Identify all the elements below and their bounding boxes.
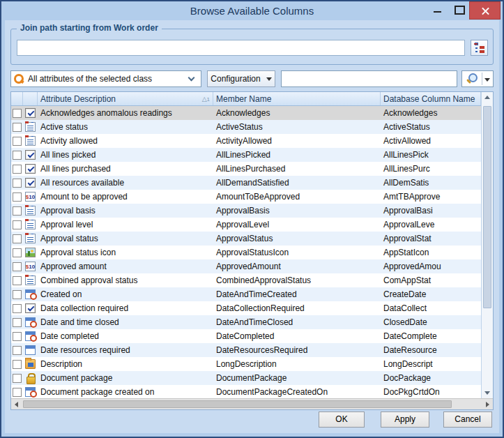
table-row[interactable]: Created on DateAndTimeCreated CreateDate	[11, 287, 481, 301]
attribute-description-cell: Active status	[38, 120, 213, 134]
join-path-input[interactable]	[17, 40, 465, 56]
database-column-name-cell: ClosedDate	[381, 315, 481, 329]
row-checkbox[interactable]	[13, 109, 22, 118]
table-row[interactable]: Active status ActiveStatus ActiveStatus	[11, 120, 481, 134]
row-checkbox[interactable]	[13, 388, 22, 397]
row-checkbox[interactable]	[13, 220, 22, 229]
vertical-scrollbar[interactable]	[481, 92, 493, 398]
table-row[interactable]: Approval basis ApprovalBasis ApprovalBas…	[11, 204, 481, 218]
table-row[interactable]: Combined approval status CombinedApprova…	[11, 273, 481, 287]
table-row[interactable]: Approval level ApprovalLevel ApprovalLev…	[11, 218, 481, 232]
horizontal-scroll-thumb[interactable]	[23, 400, 452, 408]
table-row[interactable]: Acknowledges anomalous readings Acknowle…	[11, 106, 481, 120]
table-row[interactable]: All lines picked AllLinesPicked AllLines…	[11, 148, 481, 162]
boolean-checked-icon	[25, 303, 36, 313]
scroll-left-button[interactable]	[11, 399, 22, 410]
maximize-button[interactable]	[448, 1, 469, 17]
horizontal-scrollbar[interactable]	[11, 398, 493, 409]
database-column-name-cell: DocPackage	[381, 371, 481, 385]
member-name-cell: ActiveStatus	[213, 120, 381, 134]
member-name-cell: AllLinesPicked	[213, 148, 381, 162]
row-checkbox[interactable]	[13, 192, 22, 202]
boolean-checked-icon	[25, 178, 36, 188]
folder-icon	[25, 359, 36, 369]
apply-button[interactable]: Apply	[381, 411, 429, 428]
minimize-button[interactable]	[427, 1, 448, 17]
row-checkbox[interactable]	[13, 276, 22, 285]
row-checkbox[interactable]	[13, 360, 22, 369]
currency-icon: $10	[25, 192, 36, 202]
table-row[interactable]: $10 Amount to be approved AmountToBeAppr…	[11, 190, 481, 204]
table-row[interactable]: Document package created on DocumentPack…	[11, 385, 481, 398]
database-column-name-cell: AppStatIcon	[381, 246, 481, 259]
database-column-name-cell: ApprovedAmou	[381, 259, 481, 273]
cancel-button[interactable]: Cancel	[443, 411, 492, 428]
row-checkbox[interactable]	[13, 137, 22, 146]
attribute-description-cell: Approval status icon	[38, 246, 213, 259]
table-row[interactable]: Date resources required DateResourcesReq…	[11, 343, 481, 357]
member-name-cell: ApprovalStatus	[213, 232, 381, 246]
database-column-name-cell: AllLinesPurc	[381, 162, 481, 176]
lock-icon	[25, 373, 36, 383]
row-checkbox[interactable]	[13, 262, 22, 271]
member-name-cell: ApprovalStatusIcon	[213, 246, 381, 259]
table-row[interactable]: Data collection required DataCollectionR…	[11, 301, 481, 315]
attribute-description-cell: Acknowledges anomalous readings	[38, 106, 213, 120]
row-checkbox[interactable]	[13, 318, 22, 327]
header-database-column-name[interactable]: Database Column Name	[381, 92, 481, 105]
database-column-name-cell: Acknowledges	[381, 106, 481, 120]
button-divider	[482, 73, 482, 85]
table-row[interactable]: Approval status icon ApprovalStatusIcon …	[11, 246, 481, 259]
row-checkbox[interactable]	[13, 374, 22, 383]
header-member-name[interactable]: Member Name	[213, 92, 381, 105]
attribute-description-cell: Date completed	[38, 329, 213, 343]
header-icon-column[interactable]	[23, 92, 38, 105]
dialog-body: Join path starting from Work order All a…	[5, 20, 499, 433]
vertical-scroll-thumb[interactable]	[483, 106, 491, 308]
table-row[interactable]: $10 Approved amount ApprovedAmount Appro…	[11, 259, 481, 273]
row-checkbox[interactable]	[13, 206, 22, 216]
member-name-cell: DateResourcesRequired	[213, 343, 381, 357]
search-button[interactable]	[461, 70, 494, 87]
scroll-down-button[interactable]	[482, 387, 493, 398]
enum-list-icon	[25, 122, 36, 132]
header-checkbox-column[interactable]	[11, 92, 23, 105]
header-attribute-description[interactable]: Attribute Description △1	[38, 92, 213, 105]
scroll-up-button[interactable]	[482, 92, 493, 103]
table-row[interactable]: Activity allowed ActivityAllowed ActivAl…	[11, 134, 481, 148]
search-input[interactable]	[281, 70, 457, 87]
attribute-description-cell: Date resources required	[38, 343, 213, 357]
attribute-class-combo[interactable]: All attributes of the selected class	[10, 70, 201, 87]
table-row[interactable]: All lines purchased AllLinesPurchased Al…	[11, 162, 481, 176]
attribute-description-cell: Document package	[38, 371, 213, 385]
scroll-right-button[interactable]	[482, 399, 493, 410]
row-checkbox[interactable]	[13, 179, 22, 188]
join-path-tree-button[interactable]	[471, 40, 488, 56]
grid-header-row: Attribute Description △1 Member Name Dat…	[11, 92, 481, 106]
table-row[interactable]: Approval status ApprovalStatus ApprovalS…	[11, 232, 481, 246]
row-checkbox[interactable]	[13, 332, 22, 341]
row-checkbox[interactable]	[13, 290, 22, 299]
table-row[interactable]: Description LongDescription LongDescript	[11, 357, 481, 371]
row-checkbox[interactable]	[13, 346, 22, 355]
row-checkbox[interactable]	[13, 248, 22, 257]
titlebar[interactable]: Browse Available Columns	[1, 1, 503, 20]
table-row[interactable]: Document package DocumentPackage DocPack…	[11, 371, 481, 385]
configuration-button[interactable]: Configuration	[207, 70, 275, 87]
table-row[interactable]: Date and time closed DateAndTimeClosed C…	[11, 315, 481, 329]
row-checkbox[interactable]	[13, 165, 22, 174]
row-checkbox[interactable]	[13, 234, 22, 243]
currency-icon: $10	[25, 262, 36, 271]
row-checkbox[interactable]	[13, 123, 22, 132]
close-button[interactable]	[469, 1, 501, 20]
enum-list-icon	[25, 275, 36, 285]
join-path-label: Join path starting from Work order	[17, 23, 162, 33]
ok-button[interactable]: OK	[319, 411, 365, 428]
row-checkbox[interactable]	[13, 151, 22, 160]
row-checkbox[interactable]	[13, 304, 22, 313]
scroll-left-icon	[15, 402, 18, 407]
join-path-tree-icon	[475, 43, 484, 53]
table-row[interactable]: Date completed DateCompleted DateComplet…	[11, 329, 481, 343]
filter-bar: All attributes of the selected class Con…	[10, 70, 494, 87]
table-row[interactable]: All resources available AllDemandSatisfi…	[11, 176, 481, 190]
